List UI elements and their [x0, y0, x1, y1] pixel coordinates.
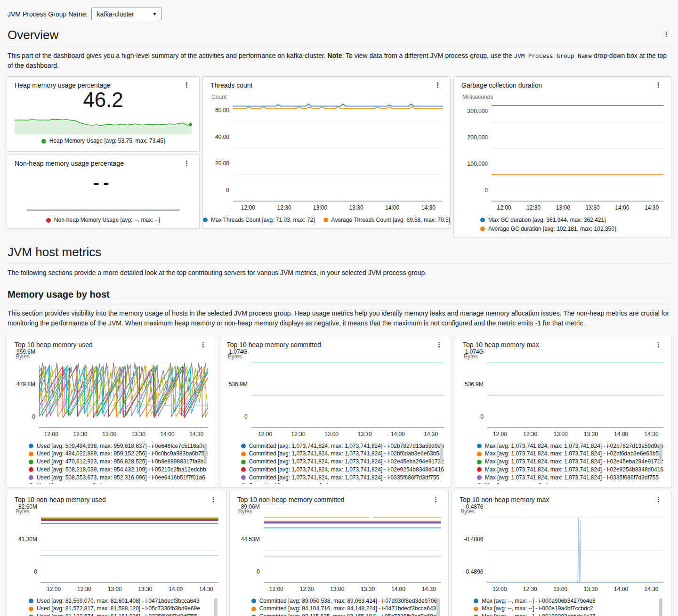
legend-item[interactable]: Used [avg: 81,132,674, max: 81,161,936] … [29, 613, 218, 616]
axis-tick-label: 14:30 [421, 204, 436, 211]
legend-item[interactable]: Used [avg: …, max: …] - i-… [29, 482, 208, 484]
y-axis-label: Milliseconds [462, 94, 663, 100]
x-axis-ticks: 12:0012:3013:0013:3014:0014:30 [487, 428, 663, 439]
legend-item[interactable]: Committed [avg: 89,050,538, max: 89,063,… [251, 597, 441, 605]
legend-scrollbar-thumb[interactable] [659, 598, 662, 616]
legend-item[interactable]: Max [avg: …, max: …] - i-… [477, 482, 663, 484]
legend-scrollbar-thumb[interactable] [659, 443, 662, 464]
legend-color-dot [241, 483, 246, 484]
legend-scrollbar-thumb[interactable] [204, 443, 207, 464]
kebab-menu-icon[interactable]: ⋮ [209, 496, 218, 503]
card-title: Non-heap memory usage percentage [15, 160, 124, 167]
legend-item[interactable]: Used [avg: 470,612,923, max: 956,828,525… [29, 458, 208, 466]
legend-item[interactable]: Max [avg: --, max: --] - i-00190393ebbda… [474, 613, 663, 616]
kebab-menu-icon[interactable]: ⋮ [182, 81, 192, 89]
legend-item[interactable]: Max [avg: 1,073,741,824, max: 1,073,741,… [477, 466, 663, 474]
legend-item[interactable]: Committed [avg: 1,073,741,824, max: 1,07… [241, 442, 444, 450]
legend-item[interactable]: Used [avg: 81,572,817, max: 81,598,120] … [29, 605, 218, 613]
chart-card: Top 10 non-heap memory committed ⋮ Bytes… [229, 491, 449, 616]
legend-item[interactable]: Committed [avg: 83,115,635, max: 83,165,… [251, 613, 441, 616]
legend-color-dot [477, 467, 482, 472]
legend-color-dot [474, 599, 478, 603]
kebab-menu-icon[interactable]: ⋮ [434, 341, 444, 349]
legend-label: Max [avg: 1,073,741,824, max: 1,073,741,… [485, 442, 663, 450]
legend-item[interactable]: Average Threads Count [avg: 69.58, max: … [323, 216, 450, 224]
heap-usage-sparkline [15, 111, 192, 135]
axis-tick-label: 536.9M [465, 381, 484, 388]
legend-label: Used [avg: …, max: …] - i-… [37, 482, 109, 484]
legend-color-dot [29, 483, 33, 484]
chart-title: Top 10 heap memory max [463, 341, 539, 349]
chart-title: Garbage collection duration [461, 81, 542, 89]
page-kebab-menu-icon[interactable]: ⋮ [662, 31, 671, 38]
kebab-menu-icon[interactable]: ⋮ [654, 341, 663, 349]
memory-usage-description: This section provides visibility into th… [7, 304, 671, 333]
heap-charts-row: Top 10 heap memory used ⋮ Bytes 959.6M47… [7, 336, 671, 488]
legend-item[interactable]: Committed [avg: 1,073,741,824, max: 1,07… [241, 458, 444, 466]
axis-tick-label: 12:30 [277, 204, 291, 211]
legend-item[interactable]: Max [avg: 1,073,741,824, max: 1,073,741,… [477, 458, 663, 466]
legend-label: Committed [avg: 1,073,741,824, max: 1,07… [249, 458, 444, 466]
legend-item[interactable]: Committed [avg: 1,073,741,824, max: 1,07… [241, 474, 444, 482]
chart-title: Top 10 heap memory committed [227, 341, 321, 349]
spacer [15, 193, 192, 210]
overview-header: Overview ⋮ [7, 27, 671, 47]
legend-item[interactable]: Average GC duration [avg: 102,181, max: … [480, 225, 663, 233]
legend-item[interactable]: Max Threads Count [avg: 71.03, max: 72] [203, 216, 315, 224]
kebab-menu-icon[interactable]: ⋮ [182, 160, 192, 167]
y-axis-ticks: 82.60M41.30M0 [15, 518, 41, 583]
axis-tick-label: 13:00 [324, 431, 339, 438]
legend-item[interactable]: Committed [avg: 1,073,741,824, max: 1,07… [241, 450, 444, 458]
legend-scrollbar-thumb[interactable] [440, 443, 443, 464]
kebab-menu-icon[interactable]: ⋮ [433, 81, 443, 89]
chart-legend: Committed [avg: 1,073,741,824, max: 1,07… [227, 442, 444, 484]
legend-item[interactable]: Used [avg: 82,569,070, max: 82,601,408] … [29, 597, 218, 605]
kebab-menu-icon[interactable]: ⋮ [198, 341, 208, 349]
axis-tick-label: 13:00 [108, 586, 122, 592]
axis-tick-label: 12:00 [492, 586, 507, 592]
legend-label: Used [avg: 509,494,938, max: 959,618,637… [37, 442, 206, 450]
legend-item[interactable]: Max [avg: 1,073,741,824, max: 1,073,741,… [477, 442, 663, 450]
legend-item[interactable]: Committed [avg: …, max: …] - i-… [241, 482, 444, 484]
axis-tick-label: 13:30 [138, 586, 152, 592]
legend-item[interactable]: Max [avg: 1,073,741,824, max: 1,073,741,… [477, 450, 663, 458]
nonheap-max-slot: Top 10 non-heap memory max ⋮ Bytes -0.48… [452, 491, 671, 616]
axis-tick-label: 44.53M [241, 536, 260, 543]
legend-item[interactable]: Max [avg: --, max: --] - i-000a906b34279… [474, 597, 663, 605]
legend-item[interactable]: Used [avg: 494,022,889, max: 959,152,256… [29, 450, 208, 458]
legend-scrollbar-thumb[interactable] [214, 598, 218, 616]
axis-tick-label: -0.4886 [464, 536, 484, 543]
axis-tick-label: 12:30 [77, 586, 91, 592]
legend-item[interactable]: Used [avg: 509,494,938, max: 959,618,637… [29, 442, 208, 450]
chart-title: Threads count [210, 81, 253, 89]
kebab-menu-icon[interactable]: ⋮ [654, 496, 663, 503]
process-group-dropdown[interactable]: kafka-cluster ▼ [91, 8, 162, 20]
legend-item[interactable]: Used [avg: 508,553,673, max: 952,316,096… [29, 474, 208, 482]
legend-item[interactable]: Max GC duration [avg: 361,944, max: 362,… [480, 216, 663, 224]
legend-item[interactable]: Used [avg: 508,218,039, max: 954,432,109… [29, 466, 208, 474]
legend-label: Committed [avg: 84,104,716, max: 84,148,… [259, 605, 436, 613]
legend-scrollbar-thumb[interactable] [436, 598, 440, 616]
legend-label: Used [avg: 81,132,674, max: 81,161,936] … [37, 613, 197, 616]
legend-item[interactable]: Committed [avg: 1,073,741,824, max: 1,07… [241, 466, 444, 474]
nonheap-charts-row: Top 10 non-heap memory used ⋮ Bytes 82.6… [7, 491, 671, 616]
plot-area: 959.6M479.8M0 12:0012:3013:0013:3014:001… [15, 363, 208, 439]
legend-item[interactable]: Max [avg: 1,073,741,824, max: 1,073,741,… [477, 474, 663, 482]
legend-item[interactable]: Non-heap Memory Usage [avg: --, max: --] [46, 216, 160, 224]
chart-title: Top 10 non-heap memory max [460, 496, 549, 503]
legend-item[interactable]: Committed [avg: 84,104,716, max: 84,148,… [251, 605, 441, 613]
plot-area: -0.4876-0.4886-0.4896 12:0012:3013:0013:… [460, 518, 663, 594]
legend-item[interactable]: Heap Memory Usage [avg: 53.75, max: 73.4… [41, 137, 165, 145]
kebab-menu-icon[interactable]: ⋮ [431, 496, 441, 503]
plot-area: 300,000200,000100,0000 12:0012:3013:0013… [461, 103, 663, 212]
chart-legend: Committed [avg: 89,050,538, max: 89,063,… [237, 597, 441, 616]
kebab-menu-icon[interactable]: ⋮ [654, 81, 663, 89]
chart-legend: Max GC duration [avg: 361,944, max: 362,… [480, 216, 663, 233]
axis-tick-label: 12:00 [497, 204, 511, 211]
axis-tick-label: 41.30M [18, 536, 37, 543]
legend-color-dot [29, 615, 33, 616]
axis-tick-label: 100,000 [468, 161, 488, 167]
legend-item[interactable]: Max [avg: --, max: --] - i-000e19a4bf7cc… [474, 605, 663, 613]
y-axis-label: Count [211, 94, 443, 100]
nonheap-used-slot: Top 10 non-heap memory used ⋮ Bytes 82.6… [7, 491, 226, 616]
